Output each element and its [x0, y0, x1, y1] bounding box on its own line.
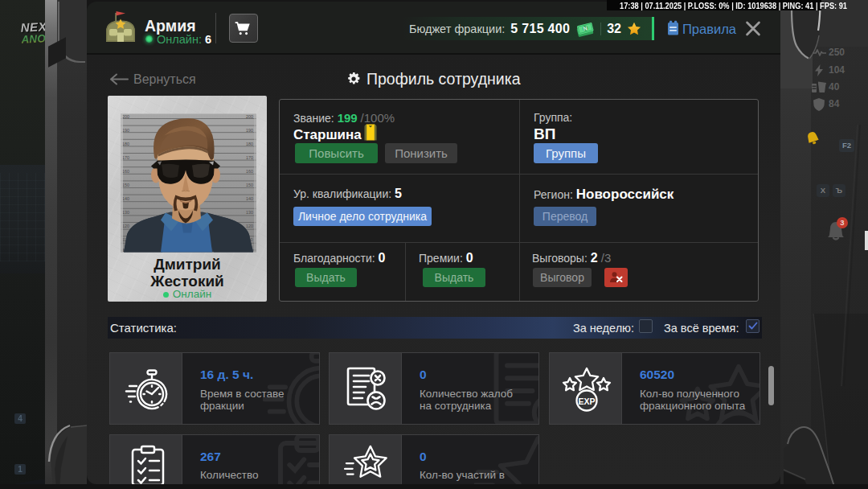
svg-text:120: 120	[122, 224, 129, 228]
svg-text:130: 130	[122, 210, 129, 215]
svg-text:180: 180	[246, 142, 253, 146]
svg-text:150: 150	[246, 183, 253, 187]
svg-text:200: 200	[246, 114, 253, 119]
svg-text:130: 130	[246, 210, 253, 215]
svg-text:150: 150	[122, 183, 129, 187]
svg-text:190: 190	[122, 128, 129, 133]
svg-text:140: 140	[122, 196, 129, 201]
svg-text:120: 120	[246, 224, 253, 228]
svg-text:140: 140	[246, 196, 253, 201]
svg-text:160: 160	[122, 169, 129, 174]
svg-text:190: 190	[246, 128, 253, 133]
svg-text:160: 160	[246, 169, 253, 174]
svg-text:200: 200	[122, 114, 129, 119]
svg-text:180: 180	[122, 142, 129, 146]
svg-text:EXP: EXP	[578, 397, 595, 406]
svg-text:170: 170	[122, 155, 129, 160]
svg-text:170: 170	[246, 155, 253, 160]
